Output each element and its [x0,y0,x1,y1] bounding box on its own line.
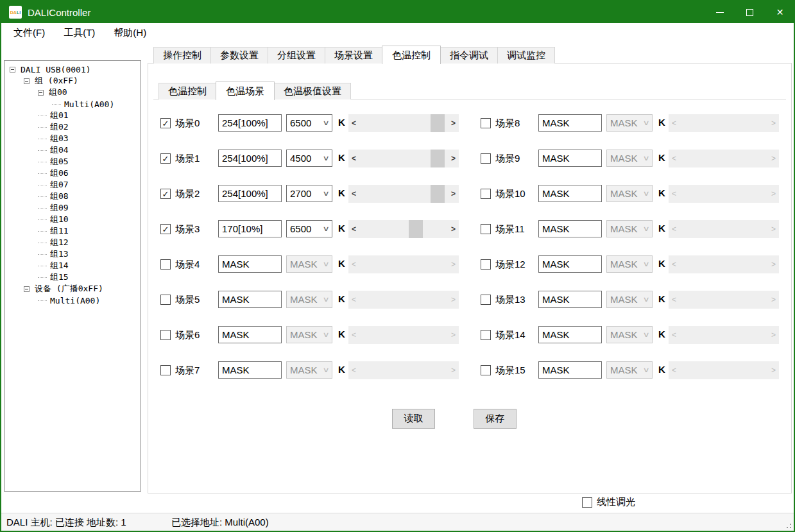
tree-item[interactable]: 组03 [4,133,141,144]
scrollbar-right-arrow-icon[interactable]: > [768,114,779,132]
level-scrollbar[interactable]: <> [669,220,779,238]
scrollbar-left-arrow-icon[interactable]: < [348,114,359,132]
tree-item[interactable]: 组14 [4,260,141,271]
kelvin-select[interactable]: 4500∨ [286,150,332,167]
scrollbar-left-arrow-icon[interactable]: < [669,361,680,379]
scene-level-input[interactable] [538,150,602,167]
tree-item[interactable]: 组 (0xFF) [4,75,141,87]
main-tab-6[interactable]: 调试监控 [497,47,555,64]
scene-level-input[interactable] [538,255,602,273]
level-scrollbar[interactable]: <> [669,361,779,379]
scrollbar-left-arrow-icon[interactable]: < [348,220,359,238]
scrollbar-left-arrow-icon[interactable]: < [669,326,680,344]
level-scrollbar[interactable]: <> [669,291,779,309]
scene-level-input[interactable] [538,220,602,237]
main-tab-2[interactable]: 分组设置 [268,47,325,64]
tree-item[interactable]: 组00 [4,87,141,98]
scrollbar-right-arrow-icon[interactable]: > [768,361,779,379]
tree-item[interactable]: 组01 [4,110,141,121]
scrollbar-right-arrow-icon[interactable]: > [448,255,459,273]
resize-grip-icon[interactable] [784,521,792,529]
scene-checkbox[interactable] [481,224,491,234]
scrollbar-right-arrow-icon[interactable]: > [448,220,459,238]
kelvin-select[interactable]: MASK∨ [286,326,332,343]
linear-dimming-option[interactable]: 线性调光 [582,496,635,508]
scrollbar-right-arrow-icon[interactable]: > [448,291,459,309]
minimize-button[interactable] [705,0,735,24]
tree-item[interactable]: 组15 [4,271,141,283]
kelvin-select[interactable]: MASK∨ [606,255,653,273]
scene-level-input[interactable] [538,185,602,202]
maximize-button[interactable] [735,0,765,24]
scrollbar-left-arrow-icon[interactable]: < [669,291,680,309]
tree-item[interactable]: 组06 [4,167,141,179]
tree-item[interactable]: 组08 [4,191,141,202]
scene-checkbox[interactable] [481,118,491,128]
tree-item[interactable]: 设备 (广播0xFF) [4,283,141,295]
kelvin-select[interactable]: MASK∨ [606,114,653,132]
kelvin-select[interactable]: MASK∨ [286,291,332,308]
level-scrollbar[interactable]: <> [348,220,459,238]
scene-checkbox[interactable]: ✓ [160,153,171,164]
kelvin-select[interactable]: 6500∨ [286,220,332,237]
scene-checkbox[interactable]: ✓ [160,118,171,128]
scrollbar-thumb[interactable] [431,114,445,132]
main-tab-3[interactable]: 场景设置 [325,47,382,64]
scene-level-input[interactable] [218,220,282,237]
kelvin-select[interactable]: MASK∨ [286,255,332,273]
device-tree[interactable]: DALI USB(0001)组 (0xFF)组00Multi(A00)组01组0… [4,60,141,492]
scrollbar-left-arrow-icon[interactable]: < [669,150,680,167]
scene-level-input[interactable] [538,326,602,343]
scrollbar-left-arrow-icon[interactable]: < [348,361,359,379]
kelvin-select[interactable]: MASK∨ [606,220,653,237]
tree-item[interactable]: DALI USB(0001) [4,64,141,75]
scene-level-input[interactable] [218,361,282,379]
sub-tab-2[interactable]: 色温极值设置 [274,83,351,99]
linear-dimming-checkbox[interactable] [582,497,592,508]
scrollbar-thumb[interactable] [409,220,423,238]
scene-checkbox[interactable] [160,365,171,375]
scrollbar-right-arrow-icon[interactable]: > [448,185,459,203]
menu-help[interactable]: 帮助(H) [107,27,153,39]
tree-item[interactable]: Multi(A00) [4,98,141,110]
level-scrollbar[interactable]: <> [669,255,779,273]
scrollbar-thumb[interactable] [431,150,445,167]
scene-level-input[interactable] [218,114,282,132]
scene-checkbox[interactable]: ✓ [160,224,171,234]
level-scrollbar[interactable]: <> [348,326,459,344]
tree-item[interactable]: 组13 [4,248,141,260]
level-scrollbar[interactable]: <> [669,326,779,344]
scene-checkbox[interactable] [481,153,491,164]
tree-collapse-icon[interactable] [10,67,15,73]
tree-item[interactable]: 组10 [4,214,141,225]
scrollbar-left-arrow-icon[interactable]: < [669,220,680,238]
scene-checkbox[interactable] [481,295,491,305]
scrollbar-left-arrow-icon[interactable]: < [348,326,359,344]
scene-checkbox[interactable]: ✓ [160,189,171,199]
scrollbar-thumb[interactable] [431,185,445,203]
tree-collapse-icon[interactable] [24,78,30,84]
scene-level-input[interactable] [538,291,602,308]
scrollbar-right-arrow-icon[interactable]: > [768,150,779,167]
scrollbar-right-arrow-icon[interactable]: > [448,150,459,167]
main-tab-0[interactable]: 操作控制 [153,47,211,64]
sub-tab-0[interactable]: 色温控制 [158,83,216,99]
main-tab-1[interactable]: 参数设置 [210,47,268,64]
tree-item[interactable]: 组04 [4,144,141,156]
level-scrollbar[interactable]: <> [348,150,459,167]
scrollbar-left-arrow-icon[interactable]: < [348,185,359,203]
scrollbar-left-arrow-icon[interactable]: < [669,185,680,203]
scene-checkbox[interactable] [481,365,491,375]
scrollbar-right-arrow-icon[interactable]: > [448,114,459,132]
scene-checkbox[interactable] [481,330,491,340]
scrollbar-right-arrow-icon[interactable]: > [768,291,779,309]
scrollbar-right-arrow-icon[interactable]: > [768,185,779,203]
kelvin-select[interactable]: 6500∨ [286,114,332,132]
level-scrollbar[interactable]: <> [669,150,779,167]
menu-file[interactable]: 文件(F) [7,27,51,39]
scene-checkbox[interactable] [481,259,491,270]
kelvin-select[interactable]: MASK∨ [286,361,332,379]
scrollbar-right-arrow-icon[interactable]: > [448,361,459,379]
kelvin-select[interactable]: MASK∨ [606,185,653,202]
close-button[interactable]: ✕ [765,0,795,24]
